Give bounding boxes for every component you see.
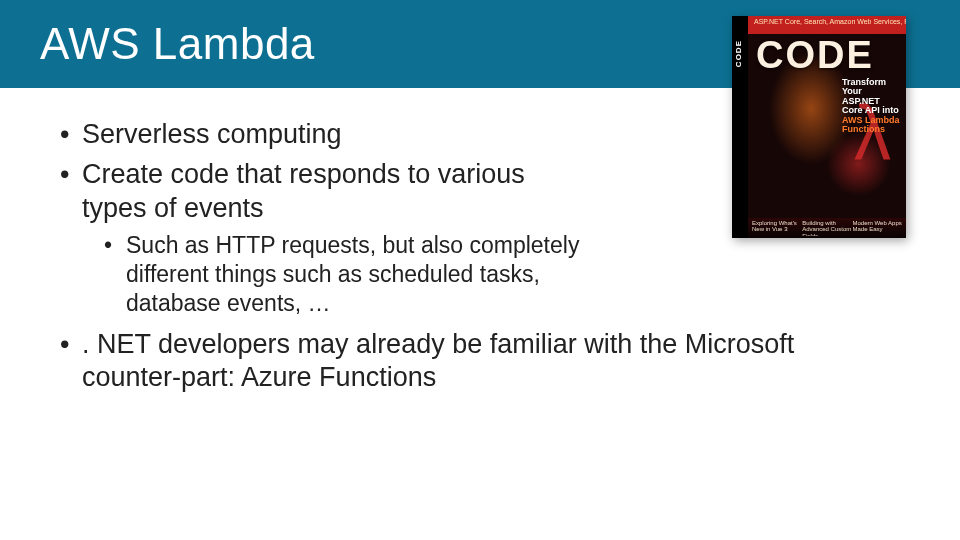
slide: AWS Lambda CODE ASP.NET Core, Search, Am… — [0, 0, 960, 540]
bullet-sub-item: Such as HTTP requests, but also complete… — [104, 231, 580, 317]
bullet-item: Serverless computing — [60, 118, 580, 152]
bullet-list-level2: Such as HTTP requests, but also complete… — [82, 231, 580, 317]
bullet-list-level1: Serverless computing Create code that re… — [60, 118, 900, 395]
bullet-item: Create code that responds to various typ… — [60, 158, 580, 318]
content-area: Serverless computing Create code that re… — [0, 88, 960, 395]
cover-spine-text: CODE — [734, 40, 746, 67]
cover-top-strip: ASP.NET Core, Search, Amazon Web Service… — [748, 16, 906, 34]
cover-brand: CODE — [756, 36, 874, 74]
bullet-item: . NET developers may already be familiar… — [60, 328, 900, 396]
slide-title: AWS Lambda — [40, 19, 315, 69]
bullet-text: Create code that responds to various typ… — [82, 159, 525, 223]
